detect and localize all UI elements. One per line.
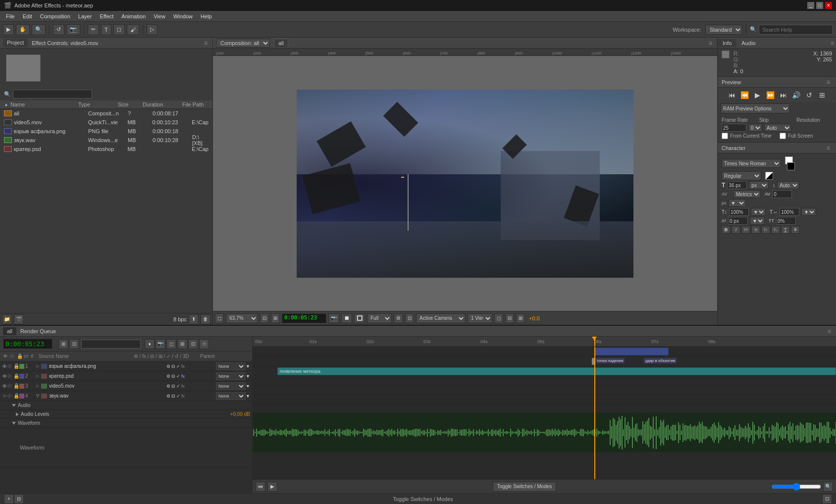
skip-select[interactable]: 0: [748, 124, 762, 132]
audio-btn[interactable]: 🔊: [791, 90, 802, 101]
stroke-color-box[interactable]: [787, 162, 795, 170]
audio-levels-expand[interactable]: [16, 412, 19, 416]
render-btn[interactable]: ◻: [494, 313, 503, 323]
ls-shy-4[interactable]: ⚙: [166, 394, 170, 399]
tool-camera[interactable]: 📷: [66, 24, 80, 35]
tab-audio[interactable]: Audio: [736, 39, 760, 47]
layer-parent-2[interactable]: None: [216, 372, 246, 380]
ls-shy-3[interactable]: ⚙: [166, 384, 170, 389]
layer-eye-4[interactable]: 👁: [2, 393, 7, 399]
view-select[interactable]: 1 View: [468, 313, 492, 323]
show-snapshot-btn[interactable]: 🔳: [354, 313, 365, 323]
leading-select[interactable]: Auto: [777, 181, 799, 189]
ls-effect-2[interactable]: fx: [181, 374, 185, 379]
color-checker[interactable]: [765, 172, 773, 180]
bold-btn[interactable]: B: [722, 226, 731, 234]
tab-effect-controls[interactable]: Effect Controls: video5.mov: [28, 39, 102, 47]
tl-play[interactable]: ▶: [267, 482, 277, 492]
layer-expand-3[interactable]: ▷: [34, 383, 41, 390]
font-size-input[interactable]: [727, 181, 747, 189]
status-expand-btn[interactable]: ⊡: [822, 494, 832, 504]
layer-parent-4[interactable]: None: [216, 392, 246, 400]
always-preview-btn[interactable]: ◻: [215, 313, 224, 323]
comp-tab-all[interactable]: all: [274, 39, 288, 47]
underline-btn[interactable]: T: [781, 226, 790, 234]
tool-pen[interactable]: ✏: [88, 24, 99, 35]
close-btn[interactable]: ✕: [825, 2, 832, 9]
tl-adj-btn[interactable]: ⊡: [188, 339, 198, 349]
composition-dropdown[interactable]: Composition: all: [216, 39, 270, 48]
layer-eye-3[interactable]: 👁: [2, 383, 7, 389]
layer-eye-2[interactable]: 👁: [2, 373, 7, 379]
hscale-select[interactable]: ▼: [801, 208, 816, 216]
quality-select[interactable]: Full: [367, 313, 392, 323]
menu-animation[interactable]: Animation: [117, 12, 150, 20]
layer-eye-1[interactable]: 👁: [2, 363, 7, 369]
tl-camera-btn[interactable]: 📷: [156, 339, 165, 349]
tool-brush[interactable]: 🖌: [127, 24, 139, 35]
tab-info[interactable]: Info: [718, 39, 736, 47]
super-btn[interactable]: T↑: [761, 226, 770, 234]
import-btn[interactable]: ⬆: [189, 314, 199, 324]
layer-row-3[interactable]: 👁 ☉ 🔒 3 ▷ video5.mov ⚙ ⊟ ✓ fx None ▼: [0, 381, 252, 391]
list-item[interactable]: all Composit...n ? 0:00:08:17: [0, 109, 212, 118]
baseline-select[interactable]: ▼: [750, 217, 765, 225]
track-bar-1[interactable]: [594, 348, 669, 355]
play-btn[interactable]: ▶: [752, 90, 763, 101]
tl-null-btn[interactable]: ◻: [166, 339, 176, 349]
layer-row-4[interactable]: 👁 ☉ 🔒 4 ▽ звук.wav ⚙ ⊟ ✓ fx None ▼: [0, 391, 252, 401]
layer-lock-2[interactable]: 🔒: [13, 373, 19, 379]
ls-shy-2[interactable]: ⚙: [166, 374, 170, 379]
info-panel-menu[interactable]: ≡: [829, 40, 836, 47]
ram-preview-select[interactable]: RAM Preview Options: [721, 103, 790, 113]
menu-layer[interactable]: Layer: [74, 12, 96, 20]
tl-solo-btn[interactable]: ☉: [199, 339, 209, 349]
skip-to-end-btn[interactable]: ⏭: [778, 90, 789, 101]
ls-quality-3[interactable]: ✓: [176, 384, 180, 389]
zoom-select[interactable]: 63,7%: [226, 313, 258, 323]
tab-timeline-all[interactable]: all: [3, 327, 16, 335]
step-back-btn[interactable]: ⏪: [739, 90, 750, 101]
expand-preview-btn[interactable]: ⊞: [817, 90, 828, 101]
menu-composition[interactable]: Composition: [36, 12, 74, 20]
tool-shape[interactable]: ◻: [113, 24, 125, 35]
tracking-input[interactable]: [772, 190, 792, 198]
tl-zoom-out[interactable]: 🔍: [823, 482, 833, 492]
ls-quality-1[interactable]: ✓: [176, 364, 180, 369]
camera-icon-btn[interactable]: 📷: [328, 313, 339, 323]
strikethrough-btn[interactable]: T: [791, 226, 800, 234]
loop-btn[interactable]: ↺: [804, 90, 815, 101]
small-caps-btn[interactable]: Tt: [751, 226, 760, 234]
tl-tool-1[interactable]: ⊞: [58, 339, 68, 349]
toggle-pb-btn[interactable]: ⊟: [505, 313, 514, 323]
baseline-input[interactable]: [728, 217, 748, 225]
list-item[interactable]: взрыв асфальта.png PNG file MB 0:00:00:1…: [0, 127, 212, 136]
ls-collapse-1[interactable]: ⊟: [171, 364, 175, 369]
snapshot-btn[interactable]: 🔲: [341, 313, 352, 323]
layer-lock-1[interactable]: 🔒: [13, 363, 19, 369]
new-composition-btn[interactable]: 🎬: [14, 314, 24, 324]
ls-effect-3[interactable]: fx: [181, 384, 185, 389]
ls-collapse-3[interactable]: ⊟: [171, 384, 175, 389]
layer-solo-2[interactable]: ☉: [7, 373, 13, 379]
all-caps-btn[interactable]: TT: [741, 226, 750, 234]
flowchart-btn[interactable]: ⊞: [516, 313, 525, 323]
font-select[interactable]: Times New Roman: [722, 159, 781, 168]
res-btn[interactable]: ⚙: [394, 313, 403, 323]
px-unit-select[interactable]: ▼: [729, 199, 746, 207]
grid-btn[interactable]: ⊞: [271, 313, 280, 323]
ls-quality-4[interactable]: ✓: [176, 394, 180, 399]
track-bar-2a[interactable]: [592, 358, 595, 365]
camera-select[interactable]: Active Camera: [416, 313, 466, 323]
tl-shape-btn[interactable]: ⊞: [177, 339, 187, 349]
resolution-select[interactable]: Auto: [764, 124, 791, 132]
layer-solo-4[interactable]: ☉: [7, 393, 13, 399]
list-item[interactable]: video5.mov QuickTi...vie MB 0:00:10:23 E…: [0, 118, 212, 127]
tool-rotate[interactable]: ↺: [53, 24, 64, 35]
track-bar-3[interactable]: появление метеора: [277, 367, 836, 375]
status-render[interactable]: ⊟: [14, 494, 24, 504]
character-panel-menu[interactable]: ≡: [825, 145, 832, 151]
tool-hand[interactable]: ✋: [16, 24, 30, 35]
new-folder-btn[interactable]: 📁: [2, 314, 12, 324]
layer-row-2[interactable]: 👁 ☉ 🔒 2 ▷ кратер.psd ⚙ ⊟ ✓ fx None ▼: [0, 371, 252, 381]
